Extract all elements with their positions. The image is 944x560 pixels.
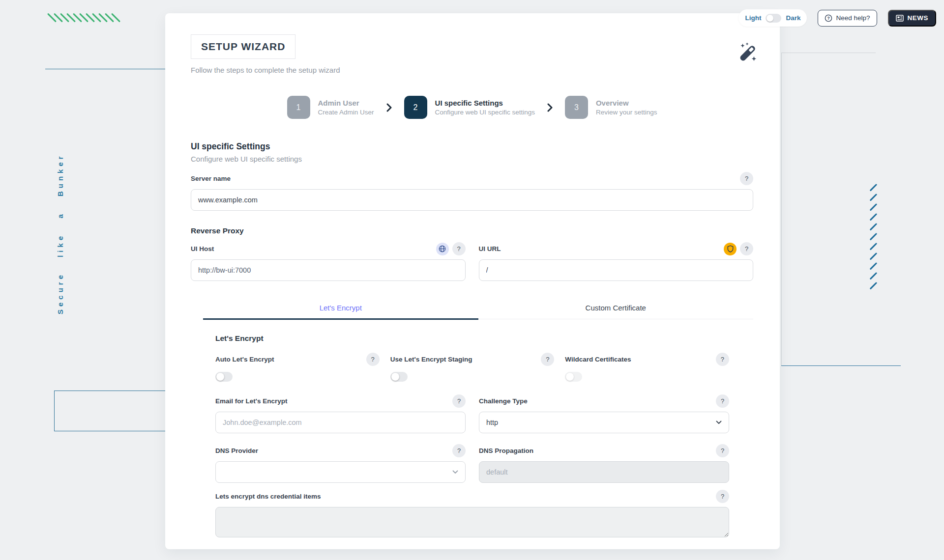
shield-icon xyxy=(724,243,737,255)
circle-question-icon: ? xyxy=(825,14,832,22)
help-icon[interactable]: ? xyxy=(716,353,729,366)
ui-host-input[interactable] xyxy=(191,259,466,281)
theme-toggle-pill: Light Dark xyxy=(738,9,807,27)
ui-host-label: UI Host xyxy=(191,245,214,252)
step-admin-user: 1 Admin User Create Admin User xyxy=(287,96,374,119)
chevron-down-icon xyxy=(716,420,722,424)
wizard-steps: 1 Admin User Create Admin User 2 UI spec… xyxy=(191,96,753,119)
toggle-knob xyxy=(391,373,399,381)
step-subtitle: Create Admin User xyxy=(318,109,374,116)
reverse-proxy-heading: Reverse Proxy xyxy=(191,226,753,235)
help-icon[interactable]: ? xyxy=(541,353,554,366)
section-subtitle: Configure web UI specific settings xyxy=(191,155,753,163)
dns-provider-select xyxy=(215,461,466,483)
light-mode-label: Light xyxy=(745,14,761,22)
magic-wand-icon xyxy=(737,42,759,66)
challenge-type-value: http xyxy=(486,419,498,426)
green-hatch-decoration xyxy=(51,12,117,24)
vertical-tagline: Secure like a Bunker xyxy=(56,160,64,314)
globe-icon xyxy=(436,243,449,255)
wildcard-certificates-toggle xyxy=(565,372,582,382)
dns-propagation-label: DNS Propagation xyxy=(479,447,533,454)
toggle-knob xyxy=(767,15,773,22)
help-icon[interactable]: ? xyxy=(740,172,753,185)
toggle-knob xyxy=(216,373,224,381)
chevron-right-icon xyxy=(386,103,392,112)
step-subtitle: Review your settings xyxy=(596,109,657,116)
vertical-line-decoration xyxy=(781,53,782,366)
horizontal-line-decoration-right xyxy=(781,53,876,53)
help-icon[interactable]: ? xyxy=(716,394,729,408)
setup-wizard-card: SETUP WIZARD Follow the steps to complet… xyxy=(165,13,780,549)
dns-credentials-label: Lets encrypt dns credential items xyxy=(215,493,321,500)
step-title: UI specific Settings xyxy=(435,99,535,107)
chevron-down-icon xyxy=(452,470,458,474)
svg-text:?: ? xyxy=(827,16,830,21)
setup-wizard-title-box: SETUP WIZARD xyxy=(191,34,295,59)
challenge-type-label: Challenge Type xyxy=(479,397,528,405)
page-title: SETUP WIZARD xyxy=(201,41,285,52)
news-button[interactable]: NEWS xyxy=(888,10,937,27)
wildcard-certificates-label: Wildcard Certificates xyxy=(565,356,631,363)
top-bar: Light Dark ? Need help? NEWS xyxy=(738,9,936,27)
need-help-button[interactable]: ? Need help? xyxy=(818,10,877,27)
need-help-label: Need help? xyxy=(836,14,870,22)
help-icon[interactable]: ? xyxy=(716,490,729,503)
help-icon[interactable]: ? xyxy=(452,242,466,255)
email-lets-encrypt-input[interactable] xyxy=(215,412,466,433)
help-icon[interactable]: ? xyxy=(452,444,466,457)
lets-encrypt-staging-toggle[interactable] xyxy=(390,372,408,382)
step-ui-settings: 2 UI specific Settings Configure web UI … xyxy=(404,96,535,119)
dns-propagation-input xyxy=(479,461,729,483)
lets-encrypt-heading: Let's Encrypt xyxy=(215,334,729,343)
auto-lets-encrypt-toggle[interactable] xyxy=(215,372,233,382)
lets-encrypt-panel: Let's Encrypt Auto Let's Encrypt ? Use L… xyxy=(215,334,729,539)
server-name-label: Server name xyxy=(191,175,231,182)
section-title: UI specific Settings xyxy=(191,141,753,152)
step-subtitle: Configure web UI specific settings xyxy=(435,109,535,116)
dns-credentials-textarea xyxy=(215,507,729,537)
server-name-input[interactable] xyxy=(191,189,753,211)
tab-lets-encrypt[interactable]: Let's Encrypt xyxy=(203,299,478,319)
help-icon[interactable]: ? xyxy=(716,444,729,457)
toggle-knob xyxy=(566,373,574,381)
tab-custom-certificate[interactable]: Custom Certificate xyxy=(478,299,754,319)
theme-toggle-switch[interactable] xyxy=(766,14,781,23)
step-number: 1 xyxy=(287,96,310,119)
help-icon[interactable]: ? xyxy=(366,353,380,366)
newspaper-icon xyxy=(896,15,904,22)
lets-encrypt-staging-label: Use Let's Encrypt Staging xyxy=(390,356,472,363)
dns-provider-label: DNS Provider xyxy=(215,447,258,454)
step-title: Overview xyxy=(596,99,657,107)
challenge-type-select[interactable]: http xyxy=(479,412,729,433)
step-number: 3 xyxy=(565,96,588,119)
ui-url-label: UI URL xyxy=(479,245,501,252)
dark-mode-label: Dark xyxy=(786,14,800,22)
step-title: Admin User xyxy=(318,99,374,107)
page-subtitle: Follow the steps to complete the setup w… xyxy=(191,66,753,74)
certificate-tabs: Let's Encrypt Custom Certificate xyxy=(203,299,753,319)
chevron-right-icon xyxy=(547,103,553,112)
email-lets-encrypt-label: Email for Let's Encrypt xyxy=(215,397,288,405)
news-label: NEWS xyxy=(908,14,929,22)
help-icon[interactable]: ? xyxy=(740,242,753,255)
teal-hatch-decoration xyxy=(873,183,874,290)
ui-url-input[interactable] xyxy=(479,259,754,281)
step-number: 2 xyxy=(404,96,427,119)
teal-line-decoration xyxy=(781,365,901,366)
help-icon[interactable]: ? xyxy=(452,394,466,408)
auto-lets-encrypt-label: Auto Let's Encrypt xyxy=(215,356,274,363)
step-overview: 3 Overview Review your settings xyxy=(565,96,657,119)
